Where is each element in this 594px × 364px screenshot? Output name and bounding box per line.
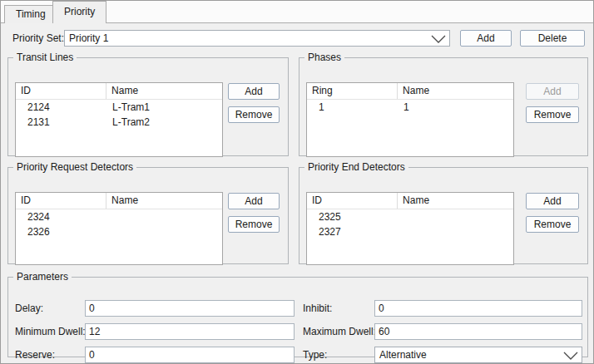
group-transit-lines: Transit Lines IDName2124L-Tram12131L-Tra… (7, 52, 289, 156)
priority-panel: Priority Set: Priority 1 Add Delete Tran… (1, 22, 593, 363)
table-cell (398, 209, 513, 224)
priority-set-delete-button[interactable]: Delete (520, 30, 585, 47)
table-row[interactable]: 2327 (307, 224, 513, 239)
minimum-dwell-field[interactable] (85, 323, 295, 340)
priority-request-detectors-list[interactable]: IDName23242326 (15, 192, 223, 265)
delay-field[interactable] (85, 300, 295, 317)
phases-list[interactable]: RingName11 (306, 82, 514, 157)
table-header: RingName (307, 83, 513, 100)
tab-timing-label: Timing (16, 8, 46, 20)
group-priority-request-detectors-title: Priority Request Detectors (13, 161, 136, 173)
table-cell: L-Tram1 (106, 100, 222, 115)
table-header: IDName (16, 83, 222, 100)
reserve-field[interactable] (85, 347, 295, 363)
tab-timing[interactable]: Timing (4, 5, 57, 23)
table-header: IDName (16, 193, 222, 209)
priority-set-value: Priority 1 (69, 32, 108, 46)
group-parameters: Parameters Delay: Inhibit: Minimum Dwell… (7, 271, 588, 357)
priority-set-combobox[interactable]: Priority 1 (64, 30, 450, 47)
inhibit-field[interactable] (374, 300, 582, 317)
inhibit-label: Inhibit: (303, 300, 332, 317)
table-cell: 2131 (16, 115, 106, 130)
table-cell: 2326 (16, 224, 106, 239)
table-cell: 1 (307, 100, 398, 115)
group-transit-lines-title: Transit Lines (13, 52, 77, 63)
priority-dialog: Timing Priority Priority Set: Priority 1… (0, 0, 594, 364)
column-header[interactable]: Ring (307, 83, 398, 99)
transit-lines-add-button[interactable]: Add (228, 83, 280, 100)
priority-end-detectors-add-button[interactable]: Add (526, 193, 579, 209)
group-priority-end-detectors: Priority End Detectors IDName23252327 Ad… (299, 161, 588, 264)
table-cell: 2324 (16, 209, 106, 224)
table-cell (398, 224, 513, 239)
reserve-label: Reserve: (15, 347, 55, 363)
table-cell (106, 209, 222, 224)
group-priority-end-detectors-title: Priority End Detectors (304, 161, 408, 173)
column-header[interactable]: Name (398, 83, 513, 99)
column-header[interactable]: ID (16, 83, 106, 99)
table-cell: L-Tram2 (106, 115, 222, 130)
column-header[interactable]: Name (106, 83, 222, 99)
tab-priority[interactable]: Priority (52, 1, 106, 23)
priority-end-detectors-remove-button[interactable]: Remove (526, 216, 579, 233)
table-row[interactable]: 11 (307, 100, 513, 115)
column-header[interactable]: Name (398, 193, 513, 209)
priority-request-detectors-add-button[interactable]: Add (228, 193, 280, 209)
table-cell: 2325 (307, 209, 398, 224)
phases-remove-button[interactable]: Remove (526, 106, 579, 123)
type-label: Type: (303, 347, 327, 363)
table-cell: 2124 (16, 100, 106, 115)
table-cell (106, 224, 222, 239)
table-row[interactable]: 2325 (307, 209, 513, 224)
transit-lines-remove-button[interactable]: Remove (228, 106, 280, 123)
priority-set-label: Priority Set: (12, 30, 64, 47)
chevron-down-icon (431, 35, 446, 43)
column-header[interactable]: Name (106, 193, 222, 209)
table-header: IDName (307, 193, 513, 209)
priority-request-detectors-remove-button[interactable]: Remove (228, 216, 280, 233)
tab-priority-label: Priority (64, 6, 95, 17)
table-row[interactable]: 2124L-Tram1 (16, 100, 222, 115)
group-phases-title: Phases (304, 52, 344, 63)
type-combobox[interactable]: Alternative (374, 347, 582, 363)
table-cell: 1 (398, 100, 513, 115)
table-row[interactable]: 2326 (16, 224, 222, 239)
minimum-dwell-label: Minimum Dwell: (15, 323, 86, 340)
maximum-dwell-label: Maximum Dwell: (303, 323, 376, 340)
maximum-dwell-field[interactable] (374, 323, 582, 340)
priority-set-add-button[interactable]: Add (460, 30, 512, 47)
tab-bar: Timing Priority (1, 1, 593, 23)
type-value: Alternative (379, 348, 427, 362)
table-cell: 2327 (307, 224, 398, 239)
column-header[interactable]: ID (307, 193, 398, 209)
table-row[interactable]: 2324 (16, 209, 222, 224)
transit-lines-list[interactable]: IDName2124L-Tram12131L-Tram2 (15, 82, 223, 157)
group-parameters-title: Parameters (13, 271, 72, 283)
column-header[interactable]: ID (16, 193, 106, 209)
group-phases: Phases RingName11 Add Remove (299, 52, 588, 156)
group-priority-request-detectors: Priority Request Detectors IDName2324232… (7, 161, 289, 264)
table-row[interactable]: 2131L-Tram2 (16, 115, 222, 130)
phases-add-button[interactable]: Add (526, 83, 579, 100)
priority-end-detectors-list[interactable]: IDName23252327 (306, 192, 514, 265)
chevron-down-icon (563, 352, 578, 360)
delay-label: Delay: (15, 300, 43, 317)
